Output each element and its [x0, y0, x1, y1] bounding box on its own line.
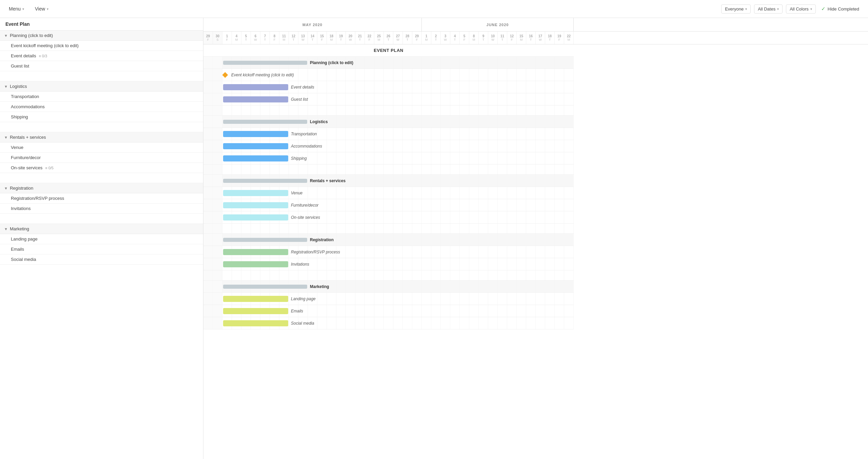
gantt-day-cell [422, 281, 431, 292]
gantt-day-cell [545, 199, 555, 211]
gantt-day-cell [479, 293, 488, 305]
gantt-task-row[interactable]: Event details [203, 81, 574, 93]
gantt-day-cell [564, 258, 574, 270]
gantt-task-row[interactable]: Social media [203, 317, 574, 329]
gantt-task-row[interactable]: Registration/RSVP process [203, 246, 574, 258]
gantt-bar [223, 249, 288, 255]
gantt-day-cell [564, 93, 574, 105]
group-rentals[interactable]: ▼ Rentals + services [0, 132, 203, 142]
task-kickoff[interactable]: Event kickoff meeting (click to edit) [0, 41, 203, 51]
gantt-day-cell [555, 187, 564, 199]
task-venue[interactable]: Venue [0, 142, 203, 153]
gantt-title-row: EVENT PLAN [203, 44, 574, 57]
task-landing-page[interactable]: Landing page [0, 234, 203, 244]
gantt-day-cell [526, 224, 536, 233]
gantt-task-row[interactable]: Guest list [203, 93, 574, 106]
gantt-day-cell [213, 140, 222, 152]
gantt-day-cell [336, 270, 346, 280]
gantt-day-cell [517, 152, 526, 164]
day-header-cell: 4T [450, 32, 460, 44]
gantt-task-row[interactable]: On-site services [203, 211, 574, 224]
gantt-day-cell [555, 281, 564, 292]
gantt-day-cell [279, 106, 289, 115]
gantt-day-cell [545, 152, 555, 164]
gantt-day-cell [203, 187, 213, 199]
task-accommodations[interactable]: Accommodations [0, 102, 203, 112]
task-guest-list[interactable]: Guest list [0, 61, 203, 71]
gantt-task-row[interactable]: Landing page [203, 293, 574, 305]
view-button[interactable]: View ▾ [33, 5, 51, 13]
gantt-day-cell [441, 140, 450, 152]
gantt-day-cell [355, 234, 365, 246]
menu-button[interactable]: Menu ▾ [7, 5, 26, 13]
task-rsvp[interactable]: Registration/RSVP process [0, 193, 203, 204]
main-layout: Event Plan ▼ Planning (click to edit) Ev… [0, 18, 868, 459]
gantt-day-cell [564, 317, 574, 329]
gantt-task-row[interactable]: Shipping [203, 152, 574, 165]
gantt-day-cell [498, 258, 507, 270]
gantt-task-row[interactable]: Transportation [203, 128, 574, 140]
gantt-day-cell [365, 224, 374, 233]
gantt-day-cell [564, 175, 574, 187]
group-registration[interactable]: ▼ Registration [0, 183, 203, 193]
gantt-day-cell [222, 165, 232, 174]
subtask-icon: ≡ [45, 166, 47, 170]
gantt-day-cell [469, 106, 479, 115]
gantt-day-cell [203, 128, 213, 140]
gantt-task-row[interactable]: Accommodations [203, 140, 574, 152]
gantt-day-cell [545, 128, 555, 140]
all-dates-filter[interactable]: All Dates ▾ [754, 4, 783, 14]
gantt-day-cell [403, 293, 412, 305]
gantt-day-cell [422, 187, 431, 199]
gantt-task-row[interactable]: Venue [203, 187, 574, 199]
gantt-day-cell [412, 187, 422, 199]
task-transportation[interactable]: Transportation [0, 92, 203, 102]
task-name: On-site services [11, 165, 42, 170]
task-emails[interactable]: Emails [0, 244, 203, 254]
gantt-day-cell [317, 106, 327, 115]
gantt-day-cell [355, 152, 365, 164]
all-colors-filter[interactable]: All Colors ▾ [786, 4, 816, 14]
task-event-details[interactable]: Event details ≡ 0/3 [0, 51, 203, 61]
group-planning[interactable]: ▼ Planning (click to edit) [0, 31, 203, 41]
gantt-group-row[interactable]: Registration [203, 234, 574, 246]
group-logistics[interactable]: ▼ Logistics [0, 81, 203, 92]
day-name: T [359, 38, 361, 41]
gantt-day-cell [488, 57, 498, 69]
task-invitations[interactable]: Invitations [0, 204, 203, 214]
gantt-day-cell [403, 234, 412, 246]
gantt-day-cell [327, 128, 336, 140]
gantt-day-cell [213, 199, 222, 211]
gantt-task-row[interactable]: Furniture/decor [203, 199, 574, 211]
gantt-day-cell [384, 69, 393, 81]
group-marketing[interactable]: ▼ Marketing [0, 224, 203, 234]
gantt-group-row[interactable]: Marketing [203, 281, 574, 293]
spacer-row [0, 173, 203, 183]
gantt-day-cell [526, 57, 536, 69]
day-number: 6 [255, 34, 257, 38]
task-onsite[interactable]: On-site services ≡ 0/5 [0, 163, 203, 173]
spacer-row [0, 122, 203, 132]
hide-completed-button[interactable]: ✓ Hide Completed [819, 4, 861, 14]
gantt-day-cell [355, 224, 365, 233]
gantt-task-row[interactable]: Event kickoff meeting (click to edit) [203, 69, 574, 81]
gantt-day-cell [251, 106, 260, 115]
day-number: 14 [311, 34, 314, 38]
gantt-group-row[interactable]: Rentals + services [203, 175, 574, 187]
gantt-day-cell [422, 211, 431, 223]
gantt-day-cell [384, 234, 393, 246]
gantt-day-cell [536, 317, 545, 329]
everyone-filter[interactable]: Everyone ▾ [721, 4, 751, 14]
task-furniture[interactable]: Furniture/decor [0, 153, 203, 163]
task-shipping[interactable]: Shipping [0, 112, 203, 122]
task-social-media[interactable]: Social media [0, 254, 203, 265]
gantt-group-row[interactable]: Logistics [203, 116, 574, 128]
gantt-day-cell [260, 224, 270, 233]
gantt-day-cell [460, 93, 469, 105]
gantt-task-row[interactable]: Invitations [203, 258, 574, 270]
gantt-group-row[interactable]: Planning (click to edit) [203, 57, 574, 69]
gantt-day-cell [498, 234, 507, 246]
gantt-task-row[interactable]: Emails [203, 305, 574, 317]
gantt-day-cell [403, 106, 412, 115]
gantt-day-cell [203, 175, 213, 187]
